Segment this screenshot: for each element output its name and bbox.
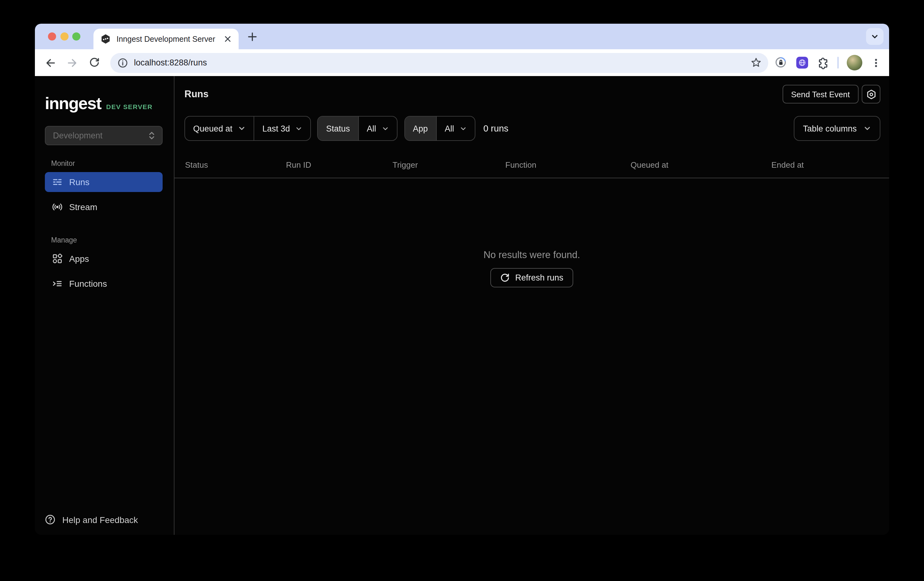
table-columns-label: Table columns <box>803 124 857 133</box>
back-icon[interactable] <box>41 53 60 72</box>
sidebar: inngest DEV SERVER Development Monitor <box>35 76 175 535</box>
sidebar-item-label: Runs <box>69 177 89 187</box>
url-text[interactable]: localhost:8288/runs <box>134 58 750 67</box>
chevron-down-icon <box>295 125 302 132</box>
help-icon <box>45 514 56 525</box>
column-header-trigger: Trigger <box>393 160 505 170</box>
status-filter-dropdown[interactable]: All <box>358 117 397 140</box>
refresh-icon <box>500 273 510 282</box>
sidebar-item-label: Functions <box>69 279 107 289</box>
runs-table-header: Status Run ID Trigger Function Queued at… <box>175 152 889 178</box>
forward-icon[interactable] <box>63 53 82 72</box>
runs-list-icon <box>52 177 62 187</box>
send-test-event-button[interactable]: Send Test Event <box>782 85 859 103</box>
status-filter-value: All <box>367 124 376 133</box>
page-title: Runs <box>185 89 209 100</box>
reload-icon[interactable] <box>85 53 104 72</box>
tab-close-icon[interactable] <box>223 34 233 44</box>
main-content: Runs Send Test Event <box>175 76 889 535</box>
site-info-icon[interactable] <box>118 58 128 68</box>
inngest-app: inngest DEV SERVER Development Monitor <box>35 76 889 535</box>
toolbar-separator <box>837 57 839 69</box>
time-range-dropdown[interactable]: Last 3d <box>254 117 310 140</box>
environment-value: Development <box>53 131 148 140</box>
time-filter[interactable]: Queued at Last 3d <box>185 116 311 141</box>
dev-server-badge: DEV SERVER <box>106 103 153 110</box>
time-range-value: Last 3d <box>262 124 290 133</box>
refresh-runs-button[interactable]: Refresh runs <box>490 268 574 287</box>
tab-strip: Inngest Development Server <box>35 24 889 49</box>
logo-row: inngest DEV SERVER <box>45 94 164 113</box>
browser-window: Inngest Development Server <box>35 24 889 535</box>
tab-title: Inngest Development Server <box>117 35 223 43</box>
purple-extension-icon[interactable] <box>796 56 809 69</box>
app-filter-label: App <box>405 117 436 140</box>
column-header-run-id: Run ID <box>286 160 393 170</box>
chevron-down-icon <box>382 125 388 132</box>
sidebar-item-stream[interactable]: Stream <box>45 197 163 217</box>
inngest-favicon-icon <box>100 34 111 44</box>
address-bar[interactable]: localhost:8288/runs <box>110 53 768 73</box>
help-and-feedback[interactable]: Help and Feedback <box>45 514 164 525</box>
traffic-lights <box>48 32 80 41</box>
sidebar-item-label: Stream <box>69 202 97 212</box>
minimize-window-button[interactable] <box>60 32 68 41</box>
password-manager-extension-icon[interactable] <box>774 56 787 69</box>
table-columns-button[interactable]: Table columns <box>794 116 880 141</box>
section-label-manage: Manage <box>51 236 164 244</box>
runs-count: 0 runs <box>483 123 508 133</box>
time-field-dropdown[interactable]: Queued at <box>185 117 254 140</box>
app-filter-value: All <box>445 124 454 133</box>
column-header-status: Status <box>185 160 286 170</box>
chevron-down-icon <box>238 125 246 132</box>
app-filter-dropdown[interactable]: All <box>436 117 474 140</box>
zoom-window-button[interactable] <box>72 32 80 41</box>
column-header-ended-at: Ended at <box>771 160 880 170</box>
sidebar-item-runs[interactable]: Runs <box>45 172 163 192</box>
functions-list-icon <box>52 279 62 289</box>
page-header: Runs Send Test Event <box>185 85 880 103</box>
sidebar-item-functions[interactable]: Functions <box>45 274 163 294</box>
empty-state-message: No results were found. <box>175 249 889 261</box>
sidebar-item-label: Apps <box>69 254 89 264</box>
empty-state: No results were found. Refresh runs <box>175 249 889 287</box>
chevron-down-icon <box>460 125 466 132</box>
time-field-value: Queued at <box>193 124 233 133</box>
new-tab-button[interactable] <box>244 29 261 45</box>
extensions-puzzle-icon[interactable] <box>817 56 829 69</box>
refresh-label: Refresh runs <box>515 273 564 282</box>
tab-search-chevron-button[interactable] <box>866 28 883 45</box>
profile-avatar[interactable] <box>847 55 862 70</box>
inngest-logo: inngest <box>45 94 101 113</box>
filters-row: Queued at Last 3d <box>185 116 880 141</box>
environment-select[interactable]: Development <box>45 126 163 145</box>
sidebar-item-apps[interactable]: Apps <box>45 249 163 269</box>
column-header-function: Function <box>505 160 630 170</box>
bookmark-star-icon[interactable] <box>750 57 762 69</box>
select-chevrons-icon <box>148 131 156 140</box>
section-label-monitor: Monitor <box>51 160 164 167</box>
chevron-down-icon <box>863 125 871 132</box>
screen: Inngest Development Server <box>0 0 924 581</box>
help-label: Help and Feedback <box>62 515 138 525</box>
browser-tab[interactable]: Inngest Development Server <box>94 29 239 49</box>
browser-menu-kebab-icon[interactable] <box>870 57 882 68</box>
close-window-button[interactable] <box>48 32 56 41</box>
apps-grid-icon <box>52 254 62 264</box>
settings-button[interactable] <box>862 85 880 103</box>
browser-toolbar: localhost:8288/runs <box>35 49 889 76</box>
app-filter[interactable]: App All <box>404 116 475 141</box>
status-filter-label: Status <box>318 117 358 140</box>
status-filter[interactable]: Status All <box>317 116 398 141</box>
toolbar-extensions-area <box>774 55 884 70</box>
broadcast-icon <box>52 202 62 212</box>
column-header-queued-at: Queued at <box>630 160 771 170</box>
